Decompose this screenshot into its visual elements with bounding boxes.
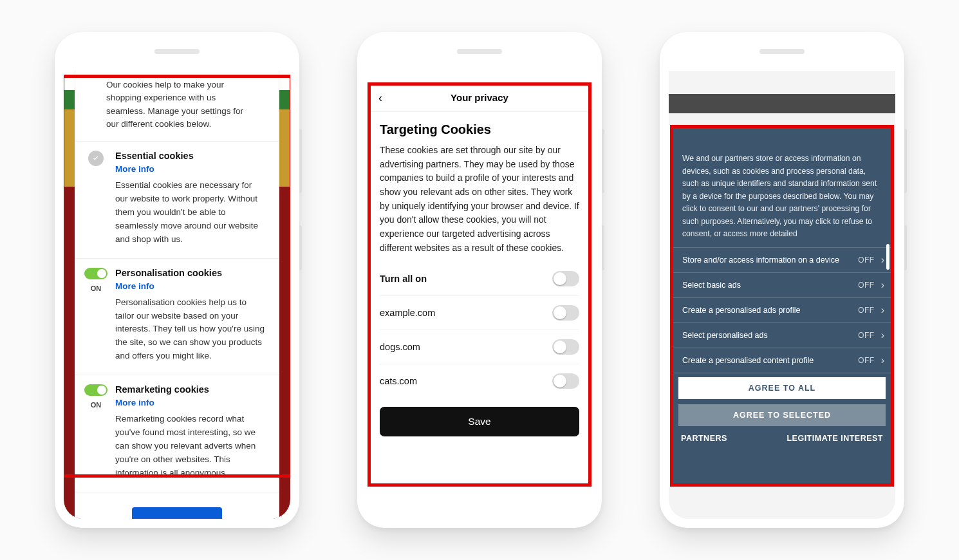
- purpose-label: Select basic ads: [682, 281, 741, 290]
- cookie-row-personalisation: ON Personalisation cookies More info Per…: [75, 259, 279, 376]
- switch-label: Turn all on: [380, 274, 427, 284]
- essential-desc: Essential cookies are necessary for our …: [115, 179, 265, 247]
- cookie-row-remarketing: ON Remarketing cookies More info Remarke…: [75, 375, 279, 492]
- consent-purposes-list: Store and/or access information on a dev…: [673, 247, 891, 373]
- turn-all-on-toggle[interactable]: [552, 271, 579, 286]
- purpose-label: Create a personalised ads profile: [682, 306, 800, 315]
- purpose-state: OFF: [858, 356, 875, 365]
- save-button[interactable]: Save: [380, 407, 579, 436]
- switch-label: example.com: [380, 308, 435, 318]
- essential-more-info-link[interactable]: More info: [115, 164, 154, 174]
- phone1-screen: Our cookies help to make your shopping e…: [64, 71, 290, 519]
- purpose-row[interactable]: Create a personalised content profile OF…: [673, 348, 891, 373]
- switch-label: dogs.com: [380, 342, 420, 352]
- purpose-row[interactable]: Select basic ads OFF›: [673, 272, 891, 297]
- switch-label: cats.com: [380, 376, 417, 386]
- phone-frame-3: We and our partners store or access info…: [660, 32, 904, 528]
- personalisation-more-info-link[interactable]: More info: [115, 281, 154, 291]
- switch-row-turn-all-on: Turn all on: [380, 262, 579, 296]
- personalisation-toggle[interactable]: [84, 268, 107, 279]
- cookie-settings-panel: Our cookies help to make your shopping e…: [75, 71, 279, 519]
- remarketing-more-info-link[interactable]: More info: [115, 398, 154, 407]
- privacy-header: ‹ Your privacy: [371, 86, 588, 112]
- highlight-box: ‹ Your privacy Targeting Cookies These c…: [368, 82, 591, 487]
- phone2-screen: ‹ Your privacy Targeting Cookies These c…: [366, 71, 593, 519]
- targeting-description: These cookies are set through our site b…: [380, 144, 579, 256]
- personalisation-desc: Personalisation cookies help us to tailo…: [115, 296, 265, 364]
- purpose-state: OFF: [858, 256, 875, 265]
- switch-row-example: example.com: [380, 296, 579, 330]
- agree-to-all-button[interactable]: AGREE TO ALL: [678, 377, 886, 399]
- legitimate-interest-link[interactable]: LEGITIMATE INTEREST: [787, 434, 883, 443]
- purpose-row[interactable]: Store and/or access information on a dev…: [673, 247, 891, 272]
- personalisation-state: ON: [91, 285, 102, 292]
- scrollbar-thumb[interactable]: [886, 244, 889, 270]
- chevron-right-icon: ›: [881, 330, 884, 341]
- remarketing-desc: Remarketing cookies record what you've f…: [115, 413, 265, 480]
- purpose-state: OFF: [858, 331, 875, 340]
- purpose-row[interactable]: Create a personalised ads profile OFF›: [673, 297, 891, 322]
- targeting-heading: Targeting Cookies: [380, 122, 579, 137]
- switch-row-cats: cats.com: [380, 364, 579, 398]
- purpose-state: OFF: [858, 306, 875, 315]
- browser-chrome-bar: [669, 94, 895, 113]
- remarketing-title: Remarketing cookies: [115, 384, 265, 395]
- purpose-label: Store and/or access information on a dev…: [682, 256, 839, 265]
- chevron-right-icon: ›: [881, 279, 884, 291]
- check-icon: [88, 151, 104, 166]
- dogs-toggle[interactable]: [552, 339, 579, 355]
- consent-intro-text: We and our partners store or access info…: [673, 128, 891, 247]
- back-icon[interactable]: ‹: [378, 91, 382, 105]
- essential-title: Essential cookies: [115, 151, 265, 161]
- personalisation-title: Personalisation cookies: [115, 268, 265, 278]
- cats-toggle[interactable]: [552, 373, 579, 389]
- cookie-row-essential: Essential cookies More info Essential co…: [75, 142, 279, 259]
- purpose-label: Create a personalised content profile: [682, 356, 814, 365]
- purpose-label: Select personalised ads: [682, 331, 768, 340]
- remarketing-toggle[interactable]: [84, 384, 107, 396]
- phone-frame-1: Our cookies help to make your shopping e…: [55, 32, 299, 528]
- phone3-screen: We and our partners store or access info…: [669, 71, 895, 519]
- remarketing-state: ON: [91, 401, 102, 409]
- chevron-right-icon: ›: [881, 304, 884, 316]
- chevron-right-icon: ›: [881, 355, 884, 366]
- cookie-intro-text: Our cookies help to make your shopping e…: [75, 71, 279, 142]
- phone-frame-2: ‹ Your privacy Targeting Cookies These c…: [357, 32, 602, 528]
- save-preferences-button[interactable]: [132, 507, 222, 519]
- partners-link[interactable]: PARTNERS: [681, 434, 727, 443]
- purpose-row[interactable]: Select personalised ads OFF›: [673, 322, 891, 348]
- example-toggle[interactable]: [552, 305, 579, 321]
- purpose-state: OFF: [858, 281, 875, 290]
- privacy-header-title: Your privacy: [451, 92, 508, 103]
- chevron-right-icon: ›: [881, 254, 884, 266]
- agree-to-selected-button[interactable]: AGREE TO SELECTED: [678, 404, 886, 426]
- switch-row-dogs: dogs.com: [380, 330, 579, 364]
- highlight-box: We and our partners store or access info…: [670, 125, 894, 487]
